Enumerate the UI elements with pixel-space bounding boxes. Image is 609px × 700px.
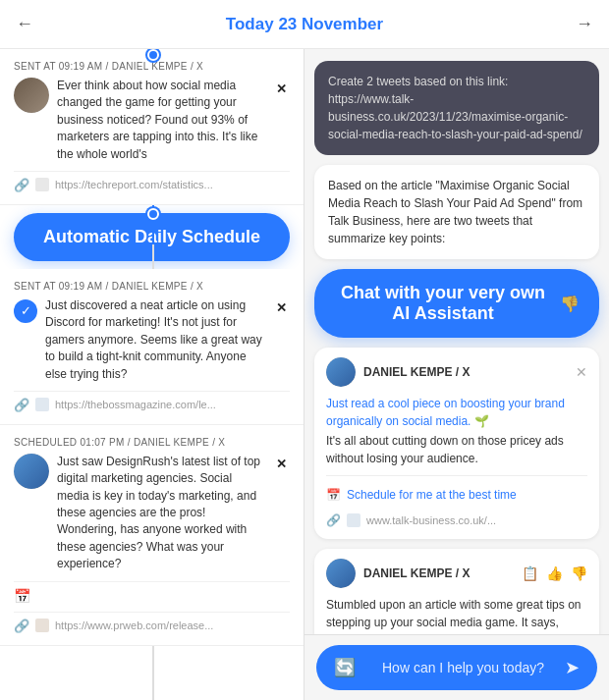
list-item: SENT AT 09:19 AM / DANIEL KEMPE / X Ever… xyxy=(0,49,304,205)
back-button[interactable]: ← xyxy=(16,14,33,34)
post-url: https://techreport.com/statistics... xyxy=(55,179,213,190)
thumbs-up-icon: 👍 xyxy=(546,564,563,584)
favicon xyxy=(35,398,49,411)
refresh-icon: 🔄 xyxy=(334,657,356,678)
x-platform-icon: ✕ xyxy=(272,456,290,473)
link-icon: 🔗 xyxy=(14,178,29,192)
forward-button[interactable]: → xyxy=(576,14,593,34)
calendar-icon: 📅 xyxy=(14,588,30,604)
header-title: Today 23 November xyxy=(226,15,383,34)
post-text: Just discovered a neat article on using … xyxy=(45,297,264,383)
check-icon: ✓ xyxy=(14,299,37,323)
tweet-preview-card-2: DANIEL KEMPE / X 📋 👍 👎 Stumbled upon an … xyxy=(314,549,599,634)
chat-input-bar[interactable]: 🔄 How can I help you today? ➤ xyxy=(316,645,597,690)
ai-context-bubble: Create 2 tweets based on this link: http… xyxy=(314,61,599,155)
avatar xyxy=(326,559,356,588)
ai-response-bubble: Based on the article "Maximise Organic S… xyxy=(314,165,599,259)
avatar xyxy=(326,357,356,387)
ai-chat-cta-button[interactable]: Chat with your very own AI Assistant 👎 xyxy=(314,269,599,338)
link-icon: 🔗 xyxy=(326,512,341,529)
avatar xyxy=(14,454,49,489)
link-icon: 🔗 xyxy=(14,398,29,412)
favicon xyxy=(35,178,49,191)
schedule-link[interactable]: 📅 Schedule for me at the best time xyxy=(326,482,587,508)
tweet-text-blue-2: It's all about cutting down on those pri… xyxy=(326,432,587,467)
post-url-footer: 🔗 https://www.prweb.com/release... xyxy=(14,612,290,633)
send-icon: ➤ xyxy=(565,657,580,678)
post-url: https://thebossmagazine.com/le... xyxy=(55,399,216,410)
tweet-author: DANIEL KEMPE / X xyxy=(363,363,470,381)
avatar xyxy=(14,78,49,113)
tweet-preview-card: DANIEL KEMPE / X ✕ Just read a cool piec… xyxy=(314,348,599,539)
timeline-dot-top xyxy=(147,49,159,61)
tweet-header-2: DANIEL KEMPE / X 📋 👍 👎 xyxy=(326,559,587,588)
tweet-actions-2: 📋 👍 👎 xyxy=(522,564,587,584)
post-status: SCHEDULED 01:07 PM / DANIEL KEMPE / X xyxy=(14,437,290,448)
copy-icon: 📋 xyxy=(522,564,538,584)
post-text: Just saw DesignRush's latest list of top… xyxy=(57,454,264,573)
tweet-header: DANIEL KEMPE / X ✕ xyxy=(326,357,587,387)
favicon xyxy=(35,619,49,632)
post-footer: 🔗 https://techreport.com/statistics... xyxy=(14,171,290,192)
list-item: SENT AT 09:19 AM / DANIEL KEMPE / X ✓ Ju… xyxy=(0,269,304,425)
link-icon: 🔗 xyxy=(14,619,29,633)
tweet-author-2: DANIEL KEMPE / X xyxy=(363,565,470,582)
calendar-icon: 📅 xyxy=(326,486,341,504)
post-status: SENT AT 09:19 AM / DANIEL KEMPE / X xyxy=(14,61,290,72)
x-platform-icon: ✕ xyxy=(272,80,290,97)
tweet-text-blue: Just read a cool piece on boosting your … xyxy=(326,395,587,430)
x-platform-icon: ✕ xyxy=(272,299,290,317)
ai-cta-label: Chat with your very own AI Assistant xyxy=(334,283,552,324)
right-scroll-area: Create 2 tweets based on this link: http… xyxy=(304,49,609,634)
post-footer: 🔗 https://thebossmagazine.com/le... xyxy=(14,391,290,412)
post-url: https://www.prweb.com/release... xyxy=(55,619,213,631)
list-item: SCHEDULED 01:07 PM / DANIEL KEMPE / X Ju… xyxy=(0,425,304,646)
thumbs-down-icon: 👎 xyxy=(560,295,580,313)
tweet-text-2: Stumbled upon an article with some great… xyxy=(326,596,587,634)
timeline-dot-mid xyxy=(147,208,159,220)
main-content: SENT AT 09:19 AM / DANIEL KEMPE / X Ever… xyxy=(0,49,609,700)
favicon xyxy=(347,513,360,527)
tweet-url: www.talk-business.co.uk/... xyxy=(366,512,496,529)
right-panel: Create 2 tweets based on this link: http… xyxy=(304,49,609,700)
tweet-actions: ✕ xyxy=(576,362,587,383)
chat-placeholder-text: How can I help you today? xyxy=(382,660,544,675)
post-footer: 📅 xyxy=(14,581,290,604)
chat-footer: 🔄 How can I help you today? ➤ xyxy=(304,634,609,700)
left-panel: SENT AT 09:19 AM / DANIEL KEMPE / X Ever… xyxy=(0,49,304,700)
x-platform-icon: ✕ xyxy=(576,362,587,383)
header: ← Today 23 November → xyxy=(0,0,609,49)
post-status: SENT AT 09:19 AM / DANIEL KEMPE / X xyxy=(14,281,290,292)
thumbs-down-icon: 👎 xyxy=(571,564,587,584)
post-text: Ever think about how social media change… xyxy=(57,78,264,163)
